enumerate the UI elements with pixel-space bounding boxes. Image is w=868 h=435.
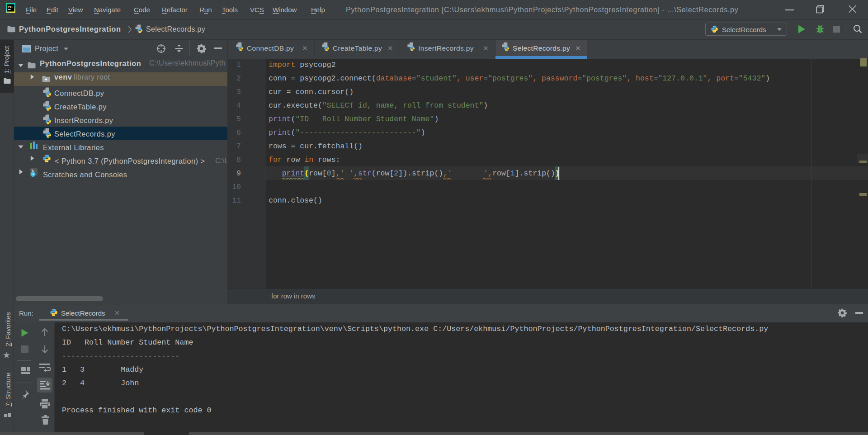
svg-text:PC: PC (8, 5, 13, 9)
